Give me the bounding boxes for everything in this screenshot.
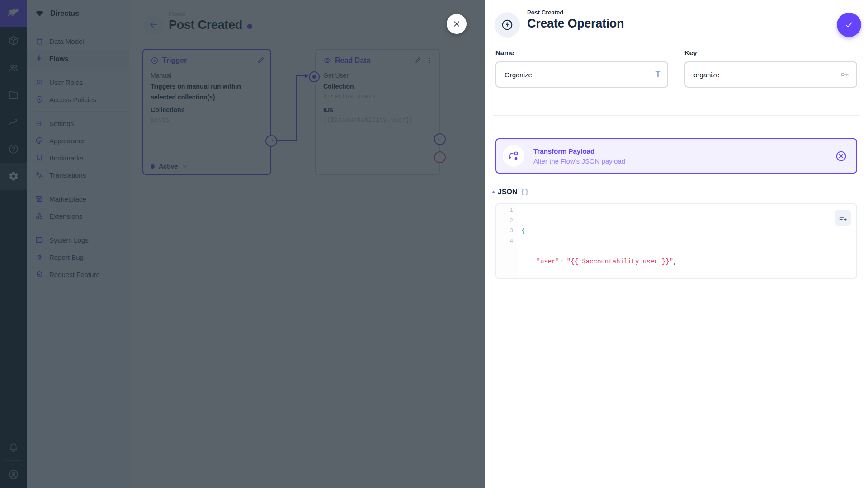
drawer-title: Create Operation <box>527 17 624 31</box>
key-input[interactable] <box>685 62 856 87</box>
name-label: Name <box>495 49 668 56</box>
required-dot <box>492 191 495 193</box>
create-operation-drawer: Post Created Create Operation Name T Key <box>485 0 868 488</box>
selected-operation-card[interactable]: Transform Payload Alter the Flow's JSON … <box>495 138 857 174</box>
insert-field-button[interactable] <box>835 210 851 226</box>
section-divider <box>493 115 860 116</box>
key-field-group: Key <box>684 49 857 88</box>
transform-icon <box>508 150 519 161</box>
deselect-operation-button[interactable] <box>835 150 847 162</box>
key-icon <box>840 70 849 80</box>
operation-card-subtitle: Alter the Flow's JSON payload <box>533 157 625 165</box>
json-code-area[interactable]: { "user": "{{ $accountability.user }}", … <box>518 204 856 278</box>
app-window: Flows Post Created Trigger Manual Trigge… <box>0 0 868 488</box>
operation-card-title: Transform Payload <box>533 147 625 155</box>
line-number-gutter: 1 2 3 4 <box>496 204 518 278</box>
bolt-circle-icon <box>501 19 514 31</box>
transform-payload-avatar <box>503 145 524 167</box>
json-code-editor: 1 2 3 4 { "user": "{{ $accountability.us… <box>495 203 857 279</box>
x-circle-icon <box>835 150 847 162</box>
drawer-breadcrumb: Post Created <box>527 9 563 16</box>
json-field-header: JSON {} <box>492 188 529 197</box>
playlist-add-icon <box>838 213 847 222</box>
close-drawer-button[interactable] <box>447 14 467 34</box>
operation-header-icon <box>495 12 520 38</box>
braces-icon: {} <box>521 188 529 196</box>
name-input[interactable] <box>496 62 667 87</box>
check-icon <box>844 19 854 30</box>
json-label: JSON <box>498 188 518 196</box>
close-icon <box>452 19 462 29</box>
drawer-overlay[interactable] <box>0 0 485 488</box>
name-field-group: Name T <box>495 49 668 88</box>
key-label: Key <box>684 49 857 56</box>
save-operation-button[interactable] <box>837 13 861 37</box>
title-format-icon: T <box>655 70 660 80</box>
